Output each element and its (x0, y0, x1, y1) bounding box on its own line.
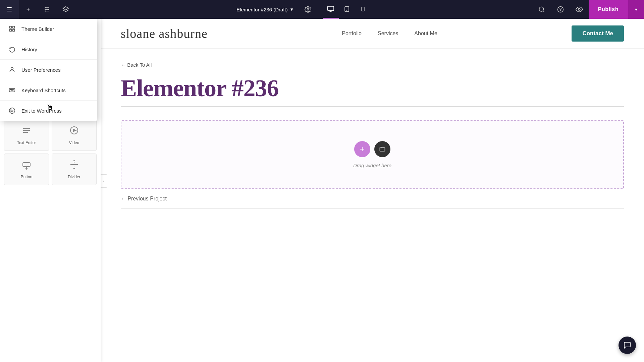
divider-icon (69, 159, 79, 172)
hamburger-dropdown: Theme BuilderHistoryUser PreferencesKeyb… (0, 19, 97, 121)
button-label: Button (21, 175, 33, 179)
site-logo: sloane ashburne (121, 26, 208, 41)
svg-rect-20 (10, 26, 12, 28)
theme-builder-icon (9, 25, 15, 32)
svg-rect-22 (10, 29, 12, 32)
svg-rect-21 (13, 26, 15, 28)
svg-marker-48 (73, 160, 75, 161)
device-switcher (323, 0, 371, 19)
text-editor-label: Text Editor (17, 140, 36, 145)
svg-marker-49 (73, 168, 75, 169)
exit-wordpress-icon: W (9, 107, 15, 114)
publish-button[interactable]: Publish (589, 0, 628, 19)
bottom-divider (121, 208, 624, 209)
main-content: sloane ashburne Portfolio Services About… (101, 19, 644, 362)
drop-zone-buttons: + (354, 141, 390, 157)
gear-icon (305, 6, 311, 13)
user-preferences-icon (9, 66, 15, 73)
svg-point-43 (25, 168, 28, 170)
dropdown-item-theme-builder[interactable]: Theme Builder (0, 19, 97, 39)
history-icon (9, 46, 15, 53)
dropdown-item-exit-wordpress[interactable]: WExit to WordPress (0, 101, 97, 121)
layers-button[interactable] (56, 0, 75, 19)
svg-point-3 (48, 9, 49, 10)
search-icon (538, 6, 545, 13)
widget-video[interactable]: Video (52, 119, 97, 151)
divider-label: Divider (68, 175, 80, 179)
svg-point-2 (45, 7, 46, 8)
svg-point-7 (307, 9, 309, 10)
keyboard-shortcuts-label: Keyboard Shortcuts (21, 87, 66, 93)
eye-icon (576, 6, 583, 13)
widget-text-editor[interactable]: Text Editor (4, 119, 49, 151)
widget-button[interactable]: Button (4, 154, 49, 185)
keyboard-shortcuts-icon (9, 87, 15, 94)
page-title: Elementor #236 (121, 74, 624, 102)
page-content-area: ← Back To All Elementor #236 + Drag widg… (101, 49, 644, 223)
svg-point-19 (578, 8, 580, 10)
tablet-view-button[interactable] (339, 0, 355, 19)
dropdown-item-history[interactable]: History (0, 39, 97, 60)
publish-dropdown-button[interactable]: ▾ (628, 0, 644, 19)
hamburger-menu-button[interactable]: ☰ (0, 0, 19, 19)
mobile-view-button[interactable] (355, 0, 371, 19)
add-widget-button[interactable]: + (354, 141, 370, 157)
folder-icon (379, 146, 386, 153)
svg-rect-25 (9, 88, 15, 92)
svg-marker-41 (73, 129, 77, 132)
help-icon (557, 6, 564, 13)
svg-point-5 (45, 10, 46, 11)
desktop-icon (327, 5, 334, 13)
page-settings-button[interactable] (299, 0, 317, 19)
top-bar-center: Elementor #236 (Draft) ▾ (236, 0, 371, 19)
widget-divider[interactable]: Divider (52, 154, 97, 185)
chat-icon (623, 341, 631, 349)
mobile-icon (361, 5, 365, 13)
prev-project-link[interactable]: ← Previous Project (121, 196, 624, 202)
video-icon (69, 125, 79, 138)
svg-point-24 (11, 67, 13, 70)
settings-panel-button[interactable] (38, 0, 56, 19)
layers-icon (62, 6, 69, 13)
back-link[interactable]: ← Back To All (121, 62, 624, 68)
website-preview: sloane ashburne Portfolio Services About… (101, 19, 644, 362)
theme-builder-icon-wrapper (8, 25, 16, 33)
svg-rect-8 (327, 6, 333, 10)
desktop-view-button[interactable] (323, 0, 339, 19)
tablet-icon (344, 5, 350, 13)
contact-button[interactable]: Contact Me (572, 25, 624, 42)
user-preferences-icon-wrapper (8, 66, 16, 74)
svg-rect-42 (23, 163, 30, 167)
svg-marker-6 (63, 7, 69, 10)
dropdown-item-user-preferences[interactable]: User Preferences (0, 60, 97, 80)
doc-title-chevron: ▾ (290, 6, 293, 12)
svg-line-16 (543, 11, 544, 12)
search-button[interactable] (532, 0, 551, 19)
theme-builder-label: Theme Builder (21, 26, 54, 32)
help-button[interactable] (551, 0, 570, 19)
widget-drop-zone[interactable]: + Drag widget here (121, 120, 624, 189)
keyboard-shortcuts-icon-wrapper (8, 86, 16, 94)
chat-button[interactable] (619, 337, 636, 354)
settings-icon (44, 6, 50, 13)
exit-wordpress-label: Exit to WordPress (21, 108, 62, 114)
site-header: sloane ashburne Portfolio Services About… (101, 19, 644, 49)
document-title[interactable]: Elementor #236 (Draft) ▾ (236, 6, 293, 12)
collapse-sidebar-button[interactable]: ‹ (101, 174, 107, 188)
top-bar-left: ☰ + (0, 0, 75, 19)
title-divider (121, 106, 624, 107)
top-bar: ☰ + Elementor #236 (Draft) ▾ (0, 0, 644, 19)
preview-button[interactable] (570, 0, 589, 19)
dropdown-item-keyboard-shortcuts[interactable]: Keyboard Shortcuts (0, 80, 97, 101)
nav-services[interactable]: Services (378, 31, 398, 37)
doc-title-text: Elementor #236 (Draft) (236, 7, 288, 12)
template-button[interactable] (374, 141, 390, 157)
nav-portfolio[interactable]: Portfolio (342, 31, 362, 37)
nav-about[interactable]: About Me (414, 31, 437, 37)
svg-rect-23 (13, 29, 15, 32)
add-element-button[interactable]: + (19, 0, 38, 19)
video-label: Video (69, 140, 79, 145)
drop-label: Drag widget here (353, 163, 391, 168)
history-icon-wrapper (8, 45, 16, 53)
history-label: History (21, 47, 37, 52)
